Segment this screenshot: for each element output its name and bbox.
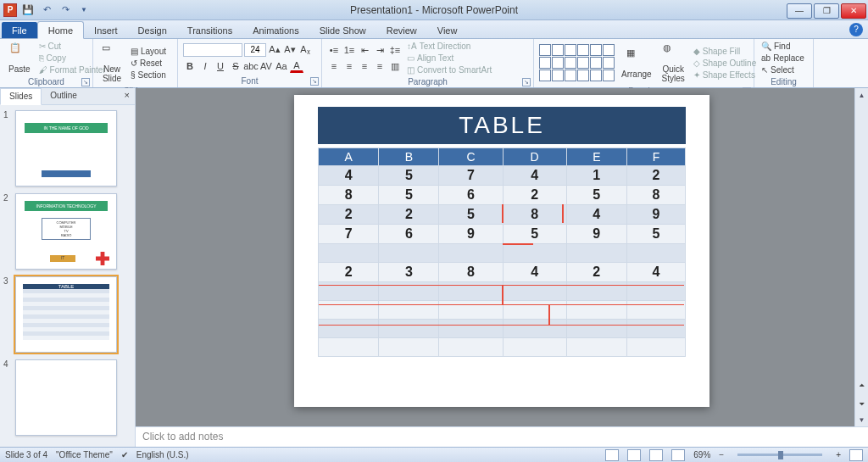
font-color-icon[interactable]: A	[290, 59, 303, 73]
thumb-row-2[interactable]: 2 INFORMATION TECHNOLOGY COMPUTER MOBILE…	[3, 193, 131, 270]
replace-button[interactable]: abReplace	[760, 53, 806, 64]
font-family-input[interactable]	[183, 43, 242, 57]
line-spacing-icon[interactable]: ‡≡	[388, 43, 402, 57]
table-cell[interactable]: 8	[503, 205, 566, 225]
table-cell[interactable]	[566, 338, 626, 357]
table-cell[interactable]: 8	[319, 186, 379, 205]
table-cell[interactable]: 7	[439, 166, 503, 186]
table-cell[interactable]: 1	[566, 166, 626, 186]
table-cell[interactable]	[626, 338, 685, 357]
thumbnail-2[interactable]: INFORMATION TECHNOLOGY COMPUTER MOBILE T…	[15, 193, 117, 270]
table-cell[interactable]: 8	[626, 186, 685, 205]
reading-view-icon[interactable]	[649, 449, 663, 461]
quick-styles-button[interactable]: ◍Quick Styles	[659, 41, 688, 85]
table-cell[interactable]: 2	[503, 186, 566, 205]
tab-slideshow[interactable]: Slide Show	[309, 22, 376, 38]
maximize-button[interactable]: ❐	[814, 3, 839, 19]
numbering-icon[interactable]: 1≡	[342, 43, 356, 57]
clipboard-launcher-icon[interactable]: ↘	[81, 78, 90, 86]
align-text-button[interactable]: ▭Align Text	[405, 53, 493, 64]
paragraph-launcher-icon[interactable]: ↘	[522, 78, 531, 86]
slide-canvas[interactable]: TABLE ABCDEF4574128562582258497695952384…	[294, 95, 709, 407]
paste-button[interactable]: 📋 Paste	[5, 41, 34, 75]
shape-outline-button[interactable]: ◇Shape Outline	[692, 58, 758, 69]
columns-icon[interactable]: ▥	[388, 59, 402, 73]
table-cell[interactable]: 5	[626, 225, 685, 244]
align-right-icon[interactable]: ≡	[358, 59, 371, 73]
table-cell[interactable]: 4	[566, 205, 626, 225]
minimize-button[interactable]: —	[787, 3, 812, 19]
reset-button[interactable]: ↺Reset	[129, 58, 168, 69]
table-cell[interactable]: 5	[439, 205, 503, 225]
table-cell[interactable]	[566, 244, 626, 263]
app-icon[interactable]: P	[3, 3, 17, 17]
shapes-gallery[interactable]	[539, 44, 615, 81]
bullets-icon[interactable]: •≡	[327, 43, 341, 57]
table-cell[interactable]: 2	[319, 205, 379, 225]
clear-formatting-icon[interactable]: Aᵪ	[298, 43, 312, 57]
tab-file[interactable]: File	[2, 22, 37, 38]
table-cell[interactable]	[626, 301, 685, 320]
slideshow-view-icon[interactable]	[671, 449, 685, 461]
qat-dropdown-icon[interactable]: ▼	[76, 3, 92, 18]
close-button[interactable]: ✕	[841, 3, 866, 19]
tab-transitions[interactable]: Transitions	[177, 22, 242, 38]
table-cell[interactable]	[626, 244, 685, 263]
table-cell[interactable]	[566, 301, 626, 320]
panel-tab-slides[interactable]: Slides	[0, 88, 42, 105]
table-row[interactable]: 457412	[319, 166, 686, 186]
status-spell-icon[interactable]: ✔	[121, 450, 128, 459]
thumbnail-4[interactable]	[15, 359, 117, 436]
shadow-button[interactable]: abc	[244, 59, 258, 73]
vertical-scrollbar[interactable]: ▲ ⏶ ⏷ ▼	[854, 88, 868, 426]
table-cell[interactable]	[439, 244, 503, 263]
align-center-icon[interactable]: ≡	[342, 59, 356, 73]
table-row[interactable]: 769595	[319, 225, 686, 244]
table-cell[interactable]	[319, 320, 379, 338]
table-cell[interactable]: 6	[379, 225, 439, 244]
sorter-view-icon[interactable]	[627, 449, 641, 461]
decrease-font-icon[interactable]: A▾	[283, 43, 297, 57]
panel-close-icon[interactable]: ×	[120, 88, 135, 104]
table-cell[interactable]: 3	[379, 263, 439, 282]
align-left-icon[interactable]: ≡	[327, 59, 341, 73]
table-cell[interactable]: 9	[439, 225, 503, 244]
table-cell[interactable]: 9	[626, 205, 685, 225]
prev-slide-icon[interactable]: ⏶	[855, 376, 868, 394]
table-cell[interactable]	[626, 320, 685, 338]
table-header[interactable]: F	[626, 148, 685, 166]
tab-view[interactable]: View	[427, 22, 468, 38]
table-cell[interactable]	[379, 338, 439, 357]
table-row[interactable]: 238424	[319, 263, 686, 282]
normal-view-icon[interactable]	[605, 449, 619, 461]
strike-button[interactable]: S	[229, 59, 242, 73]
tab-animations[interactable]: Animations	[242, 22, 309, 38]
table-cell[interactable]	[503, 301, 566, 320]
scroll-down-icon[interactable]: ▼	[855, 413, 868, 426]
increase-indent-icon[interactable]: ⇥	[373, 43, 387, 57]
table-cell[interactable]: 2	[379, 205, 439, 225]
zoom-out-icon[interactable]: −	[719, 450, 724, 459]
redo-icon[interactable]: ↷	[58, 3, 73, 18]
help-icon[interactable]: ?	[849, 23, 863, 36]
table-cell[interactable]	[379, 320, 439, 338]
table-cell[interactable]	[503, 320, 566, 338]
table-cell[interactable]	[319, 338, 379, 357]
find-button[interactable]: 🔍Find	[760, 41, 806, 52]
slide-editor[interactable]: TABLE ABCDEF4574128562582258497695952384…	[136, 88, 868, 447]
table-cell[interactable]	[379, 244, 439, 263]
thumb-row-1[interactable]: 1 IN THE NAME OF GOD	[3, 110, 131, 186]
bold-button[interactable]: B	[183, 59, 197, 73]
table-row[interactable]	[319, 338, 686, 357]
convert-smartart-button[interactable]: ◫Convert to SmartArt	[405, 64, 493, 75]
panel-tab-outline[interactable]: Outline	[42, 88, 86, 104]
tab-review[interactable]: Review	[376, 22, 427, 38]
tab-design[interactable]: Design	[128, 22, 177, 38]
table-cell[interactable]: 9	[566, 225, 626, 244]
table-cell[interactable]: 4	[503, 166, 566, 186]
justify-icon[interactable]: ≡	[373, 59, 387, 73]
shape-effects-button[interactable]: ✦Shape Effects	[692, 70, 758, 81]
font-launcher-icon[interactable]: ↘	[310, 77, 319, 86]
thumb-row-3[interactable]: 3 TABLE	[3, 276, 131, 353]
fit-window-icon[interactable]	[849, 449, 863, 461]
